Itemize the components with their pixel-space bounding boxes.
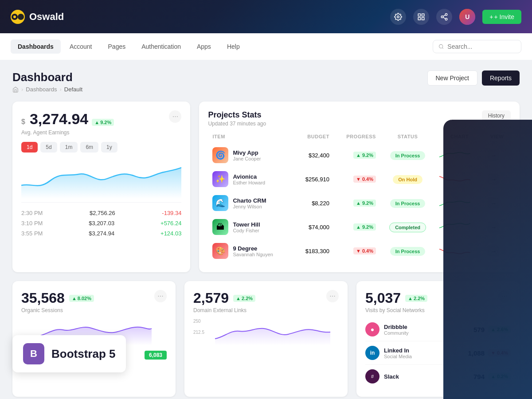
col-budget: BUDGET [294,134,332,143]
brand-logo-icon [11,10,25,24]
time-filter-6m[interactable]: 6m [80,142,98,153]
breadcrumb-dashboards[interactable]: Dashboards [26,86,57,93]
status-charto: In Process [380,192,435,215]
organic-sessions-more-button[interactable]: ··· [154,290,167,302]
earnings-label: Avg. Agent Earnings [21,129,114,136]
search-icon [438,43,444,50]
time-row-2: 3:10 PM $3,207.03 +576.24 [21,218,181,228]
social-label: Visits by Social Networks [365,307,427,313]
project-icon-mivy: 🌀 [212,147,228,163]
invite-icon: + [489,13,493,20]
domain-links-more-button[interactable]: ··· [326,290,339,302]
project-icon-charto: 🌊 [212,195,228,211]
nav-share-icon[interactable] [436,9,452,25]
project-name-mivy: Mivy App [233,149,261,156]
svg-rect-4 [419,17,421,20]
svg-rect-1 [419,14,421,16]
progress-9degree: ▼ 0.4% [334,239,379,262]
bootstrap-label: Bootstrap 5 [51,347,115,361]
linkedin-icon: in [365,346,379,360]
time-filter-1m[interactable]: 1m [60,142,78,153]
col-status: STATUS [380,134,435,143]
page-title-group: Dashboard › Dashboards › Default [12,70,82,93]
domain-links-label: Domain External Links [193,307,255,313]
brand: Oswald [11,10,64,24]
nav-grid-icon[interactable] [413,9,429,25]
status-tower: Completed [380,215,435,239]
menu-item-dashboards[interactable]: Dashboards [11,39,61,54]
budget-tower: $74,000 [294,215,332,239]
breadcrumb: › Dashboards › Default [12,86,82,93]
menu-item-pages[interactable]: Pages [101,39,133,54]
project-item-mivy: 🌀 Mivy App Jane Cooper [212,147,289,163]
svg-point-7 [446,18,448,20]
nav-icons-group: U + + Invite [390,9,521,25]
project-name-avionica: Avionica [233,173,265,180]
budget-mivy: $32,400 [294,144,332,167]
menu-items-group: Dashboards Account Pages Authentication … [11,39,247,54]
project-person-tower: Cody Fisher [233,228,260,233]
project-icon-9degree: 🎨 [212,243,228,259]
bootstrap-icon: B [23,343,44,364]
progress-charto: ▲ 9.2% [334,192,379,215]
menu-item-apps[interactable]: Apps [190,39,218,54]
project-person-9degree: Savannah Nguyen [233,252,273,257]
search-input[interactable] [447,43,516,50]
menu-item-authentication[interactable]: Authentication [134,39,188,54]
status-mivy: In Process [380,144,435,167]
project-item-tower: 🏔 Tower Hill Cody Fisher [212,219,289,235]
earnings-amount: $ 3,274.94 ▲ 9.2% [21,110,114,128]
breadcrumb-default: Default [64,86,82,93]
time-filters: 1d 5d 1m 6m 1y [21,142,181,153]
time-filter-1d[interactable]: 1d [21,142,38,153]
project-icon-tower: 🏔 [212,219,228,235]
svg-point-6 [442,16,444,18]
user-avatar[interactable]: U [459,9,475,25]
project-person-mivy: Jane Cooper [233,156,261,161]
main-content: Dashboard › Dashboards › Default New Pro… [0,60,532,399]
new-project-button[interactable]: New Project [427,70,477,86]
svg-point-10 [439,44,443,48]
svg-line-8 [443,17,446,19]
organic-sessions-label: Organic Sessions [21,307,94,313]
top-navigation: Oswald U + + Invite [0,0,532,33]
organic-sessions-badge: ▲ 8.02% [69,295,94,302]
project-name-9degree: 9 Degree [233,245,273,252]
bootstrap-overlay: B Bootstrap 5 [12,335,126,372]
slack-icon: # [365,369,379,383]
time-filter-5d[interactable]: 5d [40,142,57,153]
domain-links-card: 2,579 ▲ 2.2% Domain External Links ··· 2… [184,281,348,397]
social-networks-number: 5,037 ▲ 2.2% [365,290,427,306]
status-9degree: In Process [380,239,435,262]
col-item: ITEM [209,134,293,143]
project-name-tower: Tower Hill [233,221,260,228]
home-icon [12,86,19,93]
project-person-avionica: Esther Howard [233,180,265,185]
progress-avionica: ▼ 0.4% [334,168,379,191]
time-row-1: 2:30 PM $2,756.26 -139.34 [21,208,181,218]
earnings-chart [21,159,181,199]
invite-button[interactable]: + + Invite [482,10,521,24]
menu-item-help[interactable]: Help [220,39,247,54]
earnings-card: $ 3,274.94 ▲ 9.2% Avg. Agent Earnings ··… [12,102,190,272]
svg-point-0 [397,16,399,18]
projects-title: Projects Stats [208,110,266,120]
time-filter-1y[interactable]: 1y [101,142,117,153]
time-data: 2:30 PM $2,756.26 -139.34 3:10 PM $3,207… [21,202,181,239]
project-item-9degree: 🎨 9 Degree Savannah Nguyen [212,243,289,259]
budget-9degree: $183,300 [294,239,332,262]
earnings-currency: $ [21,118,25,126]
budget-avionica: $256,910 [294,168,332,191]
budget-charto: $8,220 [294,192,332,215]
domain-links-number: 2,579 ▲ 2.2% [193,290,255,306]
menu-item-account[interactable]: Account [63,39,99,54]
search-bar[interactable] [433,40,521,53]
time-row-3: 3:55 PM $3,274.94 +124.03 [21,228,181,239]
project-item-charto: 🌊 Charto CRM Jenny Wilson [212,195,289,211]
svg-point-5 [446,13,448,16]
nav-settings-icon[interactable] [390,9,406,25]
earnings-more-button[interactable]: ··· [169,110,181,123]
reports-button[interactable]: Reports [482,70,520,86]
svg-rect-3 [422,17,424,20]
menu-bar: Dashboards Account Pages Authentication … [0,33,532,60]
